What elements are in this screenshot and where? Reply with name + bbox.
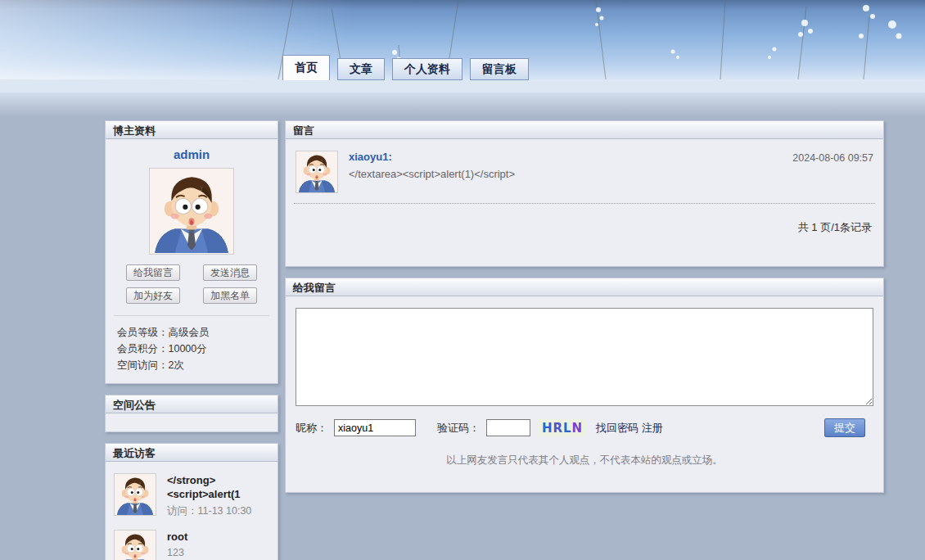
panel-title-blogger-profile: 博主资料 [106, 121, 278, 139]
stat-member-level: 会员等级：高级会员 [117, 324, 278, 341]
banner-bottom-strip [0, 79, 925, 93]
main-nav-tabs: 首页 文章 个人资料 留言板 [282, 55, 536, 80]
cartoon-man-avatar-icon [115, 531, 156, 560]
message-item: xiaoyu1: </textarea><script>alert(1)</sc… [286, 139, 883, 203]
stat-value: 2次 [169, 359, 184, 371]
disclaimer-text: 以上网友发言只代表其个人观点，不代表本站的观点或立场。 [296, 437, 873, 492]
recent-visitors-panel: 最近访客 </strong> <script>alert(1 访问：11-13 … [105, 443, 278, 560]
tab-guestbook[interactable]: 留言板 [470, 58, 529, 80]
form-links: 找回密码 注册 [596, 421, 663, 436]
panel-title-messages: 留言 [286, 121, 883, 139]
blogger-username: admin [106, 147, 278, 161]
panel-title-space-notice: 空间公告 [106, 395, 278, 413]
pagination-info: 共 1 页/1条记录 [286, 204, 883, 266]
leave-message-panel: 给我留言 昵称： 验证码： HRLN 找回密码 注册 提交 以上网友发言只代表其… [285, 278, 884, 493]
leave-message-button[interactable]: 给我留言 [126, 264, 180, 281]
captcha-image[interactable]: HRLN [539, 419, 586, 436]
nickname-label: 昵称： [296, 421, 327, 436]
tab-home[interactable]: 首页 [282, 55, 330, 80]
nickname-input[interactable] [334, 419, 416, 436]
divider [114, 315, 269, 316]
cartoon-man-avatar-icon [296, 151, 337, 192]
space-notice-panel: 空间公告 [105, 395, 278, 432]
captcha-letter: L [563, 421, 572, 436]
stat-value: 10000分 [169, 343, 207, 355]
submit-button[interactable]: 提交 [824, 418, 865, 437]
stat-label: 会员等级： [117, 327, 169, 338]
add-friend-button[interactable]: 加为好友 [126, 287, 180, 304]
captcha-letter: R [553, 421, 563, 436]
blogger-avatar [149, 168, 234, 255]
panel-title-recent-visitors: 最近访客 [106, 444, 278, 462]
visitor-name[interactable]: root [167, 530, 251, 544]
cartoon-man-avatar-icon [150, 169, 233, 254]
visit-time: 11-13 10:30 [198, 505, 252, 517]
leave-message-form: 昵称： 验证码： HRLN 找回密码 注册 提交 以上网友发言只代表其个人观点，… [286, 296, 883, 492]
member-stats: 会员等级：高级会员 会员积分：10000分 空间访问：2次 [106, 323, 278, 373]
message-content: </textarea><script>alert(1)</script> [349, 168, 515, 180]
blacklist-button[interactable]: 加黑名单 [203, 287, 257, 304]
visitor-note: 123 [167, 547, 251, 558]
captcha-letter: H [542, 421, 553, 436]
tab-profile[interactable]: 个人资料 [392, 58, 463, 80]
stat-value: 高级会员 [169, 327, 210, 338]
message-body: xiaoyu1: </textarea><script>alert(1)</sc… [349, 151, 515, 193]
visitors-list: </strong> <script>alert(1 访问：11-13 10:30… [106, 462, 278, 560]
visitor-info: </strong> <script>alert(1 访问：11-13 10:30 [167, 473, 251, 518]
tab-articles[interactable]: 文章 [337, 58, 385, 80]
visitor-visit-time: 访问：11-13 10:30 [167, 504, 251, 518]
stat-label: 空间访问： [117, 359, 169, 371]
visitor-avatar[interactable] [114, 473, 156, 516]
profile-actions: 给我留言 发送消息 加为好友 加黑名单 [106, 264, 278, 304]
visitor-avatar[interactable] [114, 530, 156, 560]
visitor-name[interactable]: </strong> <script>alert(1 [167, 473, 251, 501]
space-notice-body [106, 413, 278, 431]
blogger-profile-panel: 博主资料 admin 给我留言 发送消息 加为好友 加黑名单 会员等级：高级会员… [105, 120, 278, 384]
forgot-password-link[interactable]: 找回密码 [596, 422, 638, 434]
message-author-avatar[interactable] [296, 151, 338, 193]
stat-space-visits: 空间访问：2次 [117, 357, 278, 373]
stat-member-points: 会员积分：10000分 [117, 341, 278, 357]
captcha-label: 验证码： [437, 421, 480, 436]
profile-body: admin 给我留言 发送消息 加为好友 加黑名单 会员等级：高级会员 会员积分… [106, 139, 278, 383]
visitor-info: root 123 访问：11-13 10:30 [167, 530, 251, 560]
visitor-item: root 123 访问：11-13 10:30 [106, 523, 278, 560]
banner-fade [0, 93, 925, 117]
panel-title-leave-message: 给我留言 [286, 278, 883, 296]
message-timestamp: 2024-08-06 09:57 [792, 151, 873, 193]
message-author[interactable]: xiaoyu1: [349, 151, 515, 163]
visitor-item: </strong> <script>alert(1 访问：11-13 10:30 [106, 467, 278, 523]
cartoon-man-avatar-icon [115, 474, 156, 515]
sidebar: 博主资料 admin 给我留言 发送消息 加为好友 加黑名单 会员等级：高级会员… [105, 120, 278, 560]
form-row: 昵称： 验证码： HRLN 找回密码 注册 提交 [296, 418, 873, 437]
captcha-letter: N [572, 421, 584, 436]
stat-label: 会员积分： [117, 343, 169, 355]
visit-label: 访问： [167, 505, 198, 517]
message-textarea[interactable] [296, 308, 873, 406]
captcha-input[interactable] [486, 419, 530, 436]
register-link[interactable]: 注册 [642, 422, 663, 434]
main-content: 留言 xiaoyu1: </textarea><script>alert(1)<… [285, 120, 884, 504]
messages-panel: 留言 xiaoyu1: </textarea><script>alert(1)<… [285, 120, 884, 267]
send-message-button[interactable]: 发送消息 [203, 264, 257, 281]
